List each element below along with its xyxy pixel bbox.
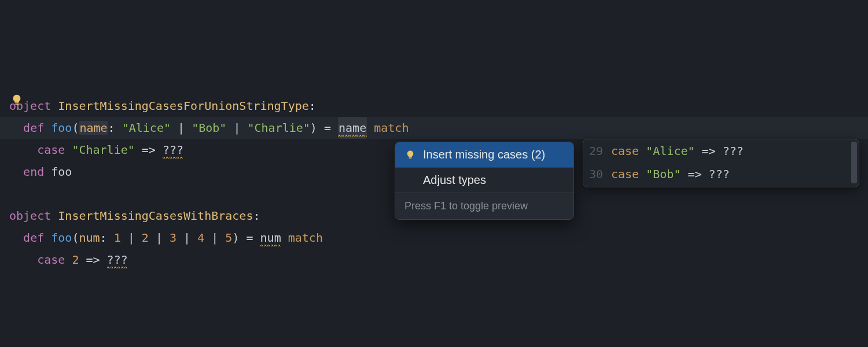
code-line[interactable]: def foo(num: 1 | 2 | 3 | 4 | 5) = num ma… xyxy=(0,227,868,249)
code-action-label: Adjust types xyxy=(423,174,486,187)
function-name: foo xyxy=(51,121,72,135)
code-action-insert-missing-cases[interactable]: Insert missing cases (2) xyxy=(395,142,573,167)
keyword-case: case xyxy=(37,143,65,157)
type-name: InsertMissingCasesWithBraces xyxy=(58,209,253,223)
line-number: 29 xyxy=(583,139,611,163)
keyword-case: case xyxy=(37,253,65,267)
popup-hint: Press F1 to toggle preview xyxy=(395,193,573,219)
type-name: InsertMissingCasesForUnionStringType xyxy=(58,99,308,113)
code-editor[interactable]: object InsertMissingCasesForUnionStringT… xyxy=(0,0,868,271)
keyword-def: def xyxy=(23,121,44,135)
match-target: name xyxy=(338,117,367,139)
keyword-def: def xyxy=(23,231,44,245)
code-line[interactable]: case 2 => ??? xyxy=(0,249,868,271)
svg-rect-0 xyxy=(15,103,19,104)
svg-rect-1 xyxy=(409,157,412,158)
preview-line: 29 case "Alice" => ??? xyxy=(583,139,859,163)
function-name: foo xyxy=(51,231,72,245)
keyword-case: case xyxy=(611,167,639,181)
preview-line: 30 case "Bob" => ??? xyxy=(583,163,859,186)
unknown-placeholder: ??? xyxy=(107,249,128,271)
code-action-adjust-types[interactable]: Adjust types xyxy=(395,168,573,193)
code-action-label: Insert missing cases (2) xyxy=(423,148,545,161)
code-line[interactable]: def foo(name: "Alice" | "Bob" | "Charlie… xyxy=(0,117,868,139)
icon-slot-empty xyxy=(404,175,416,186)
line-number: 30 xyxy=(583,163,611,186)
code-line[interactable]: object InsertMissingCasesForUnionStringT… xyxy=(0,95,868,117)
keyword-case: case xyxy=(611,144,639,158)
param-name: name xyxy=(79,121,108,135)
keyword-match: match xyxy=(288,231,323,245)
lightbulb-icon xyxy=(404,149,416,161)
lightbulb-icon[interactable] xyxy=(10,94,23,106)
code-actions-popup: Insert missing cases (2) Adjust types Pr… xyxy=(395,142,574,220)
scrollbar-thumb[interactable] xyxy=(851,142,857,183)
match-target: num xyxy=(260,227,281,249)
code-action-preview: 29 case "Alice" => ??? 30 case "Bob" => … xyxy=(583,139,859,187)
keyword-end: end xyxy=(23,165,44,179)
keyword-object: object xyxy=(9,209,51,223)
param-name: num xyxy=(79,231,100,245)
unknown-placeholder: ??? xyxy=(163,139,183,161)
keyword-match: match xyxy=(374,121,409,135)
